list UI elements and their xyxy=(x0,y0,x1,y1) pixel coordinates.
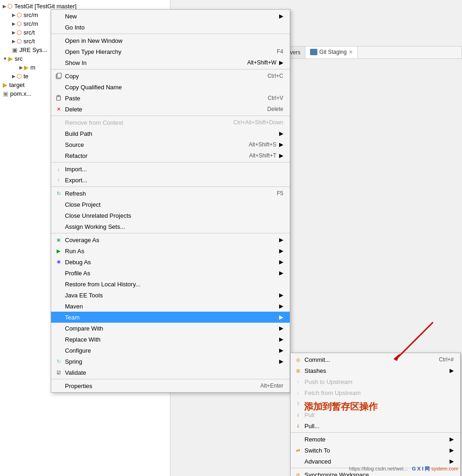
separator xyxy=(51,69,290,70)
menu-item-label: Push to Upstream xyxy=(304,378,352,385)
menu-item-label: Compare With xyxy=(65,325,103,332)
menu-item-label: Build Path xyxy=(65,130,92,137)
menu-item-java-ee-tools[interactable]: Java EE Tools ▶ xyxy=(51,290,290,301)
menu-item-properties[interactable]: Properties Alt+Enter xyxy=(51,380,290,391)
commit-icon: ◎ xyxy=(294,356,302,363)
pull-icon: ⇓ xyxy=(294,411,302,418)
menu-item-team[interactable]: Team ▶ xyxy=(51,312,290,323)
git-icon: ⬡ xyxy=(17,12,22,18)
arrow-icon: ▶ xyxy=(270,358,283,365)
sub-menu-item-fetch-upstream[interactable]: ↓ Fetch from Upstream xyxy=(291,387,460,398)
tree-item-label: src/t xyxy=(23,29,35,36)
menu-item-export[interactable]: ↑ Export... xyxy=(51,174,290,186)
pull-dots-icon: ⇓ xyxy=(294,422,302,430)
menu-item-copy-qualified[interactable]: Copy Qualified Name xyxy=(51,81,290,93)
svg-line-4 xyxy=(396,322,433,359)
paste-icon xyxy=(55,94,62,102)
stashes-icon: ⊞ xyxy=(294,367,302,374)
sub-menu-item-switch-to[interactable]: ⇄ Switch To ▶ xyxy=(291,445,460,456)
separator xyxy=(51,116,290,116)
menu-item-show-in[interactable]: Show In Alt+Shift+W ▶ xyxy=(51,57,290,68)
menu-item-close-project[interactable]: Close Project xyxy=(51,199,290,210)
menu-item-profile-as[interactable]: Profile As ▶ xyxy=(51,267,290,279)
menu-item-go-into[interactable]: Go Into xyxy=(51,22,290,33)
menu-item-label: Open in New Window xyxy=(65,37,123,44)
folder-icon: ▶ xyxy=(24,64,29,71)
menu-item-import[interactable]: ↓ Import... xyxy=(51,163,290,174)
tree-item-label: src/t xyxy=(23,38,35,45)
arrow-icon: ▶ xyxy=(270,336,283,342)
menu-item-label: Configure xyxy=(65,347,91,354)
validate-icon: ☑ xyxy=(55,369,62,376)
sub-menu-team: ◎ Commit... Ctrl+# ⊞ Stashes ▶ ↑ Push to… xyxy=(290,353,461,476)
chevron-icon: ▶ xyxy=(3,4,6,9)
menu-item-replace-with[interactable]: Replace With ▶ xyxy=(51,334,290,345)
menu-item-spring[interactable]: ↻ Spring ▶ xyxy=(51,356,290,367)
menu-item-run-as[interactable]: ▶ Run As ▶ xyxy=(51,245,290,256)
coverage-icon: ▣ xyxy=(55,236,62,244)
menu-item-label: Open Type Hierarchy xyxy=(65,48,122,55)
menu-item-label: Java EE Tools xyxy=(65,292,103,299)
arrow-icon: ▶ xyxy=(279,152,283,159)
menu-item-validate[interactable]: ☑ Validate xyxy=(51,367,290,378)
arrow-icon: ▶ xyxy=(440,447,454,453)
tree-item-label: src/m xyxy=(23,12,38,18)
menu-item-configure[interactable]: Configure ▶ xyxy=(51,345,290,356)
separator xyxy=(51,233,290,233)
arrow-icon: ▶ xyxy=(270,248,283,254)
menu-item-compare-with[interactable]: Compare With ▶ xyxy=(51,323,290,334)
menu-item-label: New xyxy=(65,13,77,20)
arrow-icon: ▶ xyxy=(440,367,454,374)
shortcut: Alt+Shift+S xyxy=(244,141,276,148)
menu-item-delete[interactable]: ✕ Delete Delete xyxy=(51,104,290,115)
shortcut: Alt+Shift+W xyxy=(243,59,276,66)
menu-item-assign-working-sets[interactable]: Assign Working Sets... xyxy=(51,221,290,232)
arrow-icon: ▶ xyxy=(440,458,454,464)
arrow-icon: ▶ xyxy=(279,59,283,66)
sub-menu-item-pull-dots[interactable]: ⇓ Pull... xyxy=(291,420,460,431)
menu-item-open-new-window[interactable]: Open in New Window xyxy=(51,35,290,46)
sub-menu-item-push-upstream[interactable]: ↑ Push to Upstream xyxy=(291,376,460,387)
menu-item-label: Pull... xyxy=(304,423,320,430)
menu-item-build-path[interactable]: Build Path ▶ xyxy=(51,128,290,139)
menu-item-copy[interactable]: Copy Ctrl+C xyxy=(51,70,290,81)
menu-item-source[interactable]: Source Alt+Shift+S ▶ xyxy=(51,139,290,150)
chevron-icon: ▶ xyxy=(12,12,16,17)
git-icon: ⬡ xyxy=(17,29,22,36)
menu-item-restore-history[interactable]: Restore from Local History... xyxy=(51,279,290,290)
tree-item-label: JRE Sys... xyxy=(19,46,47,53)
menu-item-remove-context[interactable]: Remove from Context Ctrl+Alt+Shift+Down xyxy=(51,117,290,128)
menu-item-open-type-hierarchy[interactable]: Open Type Hierarchy F4 xyxy=(51,46,290,57)
export-icon: ↑ xyxy=(55,176,62,184)
menu-item-label: Properties xyxy=(65,383,92,389)
arrow-icon: ▶ xyxy=(270,270,283,276)
menu-item-label: Assign Working Sets... xyxy=(65,223,125,230)
tab-git-staging[interactable]: Git Staging ✕ xyxy=(305,46,357,58)
menu-item-label: Go Into xyxy=(65,24,85,31)
chevron-icon: ▼ xyxy=(3,56,7,61)
arrow-icon: ▶ xyxy=(270,325,283,331)
menu-item-refactor[interactable]: Refactor Alt+Shift+T ▶ xyxy=(51,150,290,161)
menu-item-label: Refactor xyxy=(65,152,88,159)
menu-item-new[interactable]: New ▶ xyxy=(51,11,290,22)
tab-close-icon[interactable]: ✕ xyxy=(349,49,353,55)
menu-item-paste[interactable]: Paste Ctrl+V xyxy=(51,93,290,104)
menu-item-label: Close Project xyxy=(65,201,100,208)
menu-item-debug-as[interactable]: ✱ Debug As ▶ xyxy=(51,256,290,267)
separator xyxy=(291,432,460,433)
chevron-icon: ▶ xyxy=(12,39,16,44)
menu-item-refresh[interactable]: ↻ Refresh F5 xyxy=(51,188,290,199)
menu-item-label: Paste xyxy=(65,95,80,102)
menu-item-label: Close Unrelated Projects xyxy=(65,212,131,219)
menu-item-coverage-as[interactable]: ▣ Coverage As ▶ xyxy=(51,234,290,245)
tree-item-label: pom.x... xyxy=(10,90,31,97)
tree-item-label: src xyxy=(15,55,23,62)
shortcut: F4 xyxy=(258,48,283,55)
sub-menu-item-remote[interactable]: Remote ▶ xyxy=(291,434,460,445)
spring-icon: ↻ xyxy=(55,358,62,365)
separator xyxy=(51,379,290,379)
shortcut: F5 xyxy=(258,190,283,197)
menu-item-close-unrelated[interactable]: Close Unrelated Projects xyxy=(51,210,290,221)
push-branch-icon: ⇑ xyxy=(294,400,302,407)
menu-item-maven[interactable]: Maven ▶ xyxy=(51,301,290,312)
